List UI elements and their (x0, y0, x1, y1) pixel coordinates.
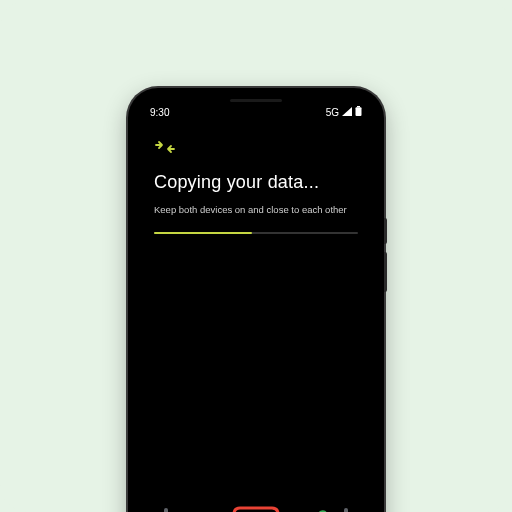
progress-bar (154, 232, 358, 234)
status-right: 5G (326, 106, 362, 118)
status-time: 9:30 (150, 107, 169, 118)
app-canvas: 9:30 5G Copyi (0, 0, 512, 512)
setup-content: Copying your data... Keep both devices o… (136, 122, 376, 234)
signal-icon (342, 107, 352, 118)
battery-icon (355, 106, 362, 118)
network-label: 5G (326, 107, 339, 118)
power-button (384, 252, 387, 292)
page-title: Copying your data... (154, 172, 358, 193)
svg-rect-0 (357, 106, 360, 107)
bumper-left (164, 508, 168, 512)
arch-icon (234, 508, 278, 512)
phone-screen: 9:30 5G Copyi (136, 96, 376, 512)
volume-button (384, 218, 387, 244)
progress-fill (154, 232, 252, 234)
bumper-right (344, 508, 348, 512)
phone-frame: 9:30 5G Copyi (128, 88, 384, 512)
conveyor-illustration (146, 478, 366, 512)
phone-speaker (230, 99, 282, 102)
page-subtitle: Keep both devices on and close to each o… (154, 203, 358, 216)
svg-rect-1 (356, 107, 362, 116)
transfer-arrows-icon (154, 140, 358, 158)
